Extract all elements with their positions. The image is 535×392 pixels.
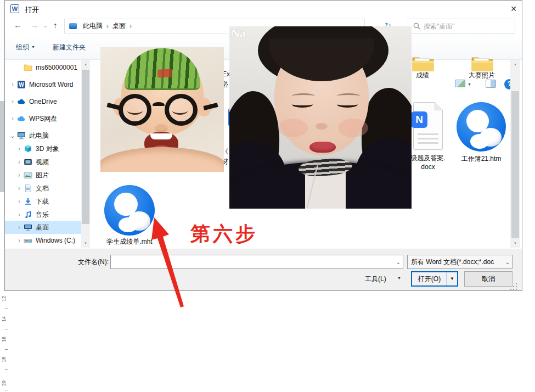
word-icon: W (10, 4, 19, 13)
sidebar-item-pictures[interactable]: › 图片 (5, 169, 81, 182)
dialog-titlebar: W 打开 ✕ (5, 1, 522, 17)
word-icon: W (17, 80, 26, 89)
sidebar-item-windows-c[interactable]: › Windows (C:) (5, 234, 81, 247)
dialog-footer: 文件名(N): ⌄ 所有 Word 文档(*.docx;*.doc ⌄ 工具(L… (5, 249, 522, 290)
computer-icon (17, 131, 26, 140)
file-label[interactable]: 大赛照片 (457, 71, 506, 80)
file-item-htm-icon[interactable] (457, 102, 506, 152)
sidebar-item-documents[interactable]: › 文档 (5, 182, 81, 195)
scroll-down-icon[interactable]: ▼ (81, 239, 90, 248)
ruler-number: 18 (1, 355, 7, 365)
filename-combobox: ⌄ (110, 255, 403, 269)
resize-grip[interactable] (510, 283, 517, 290)
download-icon (24, 197, 32, 206)
wps-cloud-icon (17, 114, 26, 123)
ruler-number: 12 (1, 294, 7, 304)
step-annotation: 第六步 (190, 221, 258, 248)
onedrive-cloud-icon (17, 97, 26, 106)
search-icon (413, 23, 420, 30)
filetype-select[interactable]: 所有 Word 文档(*.docx;*.doc ⌄ (407, 255, 513, 269)
drive-icon (24, 236, 32, 245)
open-button-label[interactable]: 打开(O) (412, 272, 447, 285)
open-dropdown-icon[interactable]: ▼ (447, 272, 457, 285)
filelist-scrollbar[interactable]: ▲ ▼ (510, 60, 520, 248)
close-icon[interactable]: ✕ (506, 3, 521, 15)
dialog-title: 打开 (25, 5, 39, 15)
baby-photo (100, 47, 224, 172)
view-dropdown-arrow[interactable]: ▼ (468, 82, 471, 86)
breadcrumb-this-pc[interactable]: 此电脑 (80, 21, 105, 31)
forward-button[interactable]: → (30, 20, 38, 30)
search-input[interactable] (424, 23, 515, 30)
folder-icon (470, 55, 495, 72)
back-button[interactable]: ← (14, 20, 22, 30)
sidebar-item-music[interactable]: › 音乐 (5, 208, 81, 221)
sidebar-item-videos[interactable]: › 视频 (5, 155, 81, 169)
view-thumbnails-icon[interactable] (455, 80, 465, 87)
scroll-up-icon[interactable]: ▲ (510, 60, 520, 69)
screen: Wo Bb 题 2 目 12 14 16 18 20 W 打开 ✕ ← → ⌄ … (0, 0, 535, 392)
video-icon (24, 158, 32, 166)
up-button[interactable]: ↑ (53, 20, 58, 30)
breadcrumb-separator: › (105, 23, 110, 30)
combo-chevron-icon[interactable]: ⌄ (394, 259, 403, 265)
tools-button[interactable]: 工具(L) (365, 275, 386, 284)
sidebar-item-onedrive[interactable]: › OneDrive (5, 95, 81, 108)
preview-pane-icon[interactable] (486, 80, 496, 88)
new-folder-button[interactable]: 新建文件夹 (53, 43, 86, 52)
file-item-docx-icon[interactable]: N (413, 102, 443, 150)
red-mark (157, 69, 172, 77)
filename-input[interactable] (111, 258, 394, 266)
breadcrumb-separator: › (128, 23, 133, 30)
tools-dropdown-icon[interactable]: ▼ (397, 276, 401, 280)
desktop-icon (24, 223, 32, 232)
sidebar-item-downloads[interactable]: › 下载 (5, 195, 81, 208)
folder-icon (24, 63, 32, 72)
sidebar-item-ms650000001[interactable]: ms650000001 (5, 61, 81, 74)
file-label[interactable]: 学生成绩单.mht (97, 237, 162, 247)
ruler-number: 20 (1, 378, 7, 388)
filetype-value: 所有 Word 文档(*.docx;*.doc (408, 257, 503, 267)
organize-button[interactable]: 组织▼ (16, 43, 35, 52)
scroll-up-icon[interactable]: ▲ (81, 60, 90, 69)
3d-cube-icon (24, 144, 32, 153)
pictures-icon (24, 171, 32, 180)
music-note-icon (24, 210, 32, 219)
desktop-location-icon (69, 23, 77, 29)
girl-lips (309, 142, 336, 153)
girl-photo: Na (229, 26, 412, 209)
sidebar-item-wps-cloud[interactable]: › WPS网盘 (5, 112, 81, 125)
sidebar-item-3d-objects[interactable]: › 3D 对象 (5, 142, 81, 155)
scrollbar-thumb[interactable] (511, 91, 519, 238)
scroll-down-icon[interactable]: ▼ (510, 239, 520, 248)
file-item-mht-icon[interactable] (104, 185, 155, 236)
ruler-number: 14 (1, 314, 7, 324)
file-label[interactable]: 工作簿21.htm (457, 154, 506, 164)
sidebar-item-microsoft-word[interactable]: › W Microsoft Word (5, 78, 81, 91)
dropdown-arrow-icon: ▼ (31, 45, 35, 49)
photo-caption: Na (231, 26, 246, 41)
sidebar-item-desktop[interactable]: › 桌面 (5, 221, 81, 234)
docx-n-badge: N (411, 111, 427, 128)
sidebar-item-this-pc[interactable]: ⌄ 此电脑 (5, 129, 81, 142)
breadcrumb-desktop[interactable]: 桌面 (110, 21, 128, 31)
scrollbar-thumb[interactable] (82, 70, 89, 224)
ruler-number: 16 (1, 334, 7, 344)
combo-chevron-icon: ⌄ (503, 259, 512, 265)
folder-icon (410, 55, 436, 72)
open-button[interactable]: 打开(O) ▼ (411, 271, 458, 287)
recent-locations-chevron[interactable]: ⌄ (43, 23, 48, 29)
glasses-bridge (153, 102, 165, 108)
svg-text:W: W (19, 82, 24, 88)
search-box (408, 19, 515, 33)
page-fold (435, 102, 443, 110)
filename-label: 文件名(N): (27, 257, 109, 267)
cancel-button[interactable]: 取消 (464, 271, 513, 287)
sidebar-scrollbar[interactable]: ▲ ▼ (81, 60, 90, 248)
documents-icon (24, 184, 32, 193)
